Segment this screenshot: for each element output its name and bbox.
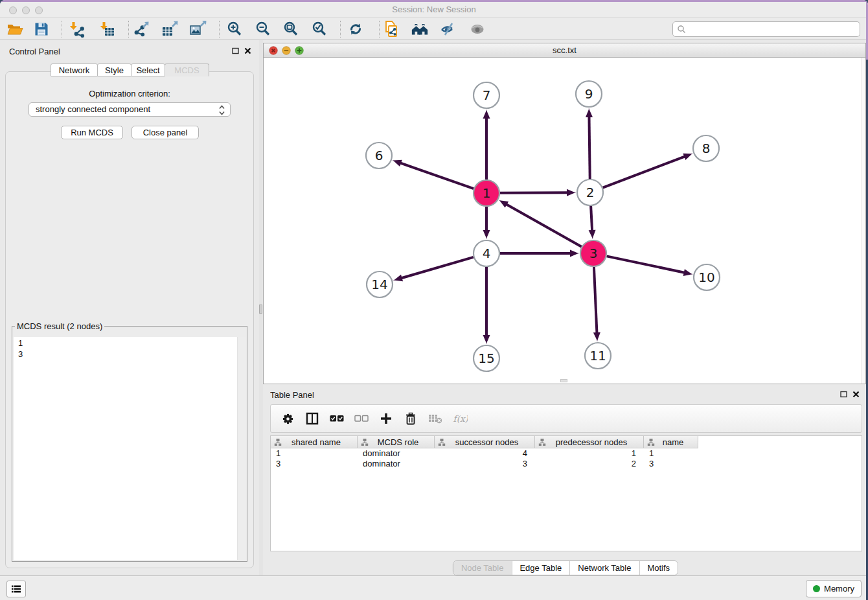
export-image-button[interactable] [188,20,207,38]
graph-edge-2-8[interactable] [603,154,693,188]
memory-status-dot [813,585,820,592]
graph-edge-1-2[interactable] [500,189,576,196]
task-history-button[interactable] [6,581,26,597]
graph-edge-2-3[interactable] [589,206,596,239]
column-header-shared-name[interactable]: shared name [271,436,358,448]
graph-edge-1-7[interactable] [483,110,490,179]
graph-edge-1-6[interactable] [393,160,474,189]
close-table-panel-icon[interactable] [852,391,860,398]
control-panel-tab-select[interactable]: Select [131,63,165,76]
refresh-view-button[interactable] [347,20,365,38]
import-network-button[interactable] [67,20,86,38]
graph-edge-3-10[interactable] [607,256,693,276]
import-table-button[interactable] [98,20,116,38]
close-panel-button[interactable]: Close panel [131,126,199,139]
open-session-button[interactable] [6,20,24,38]
float-panel-icon[interactable] [232,47,239,54]
tab-motifs[interactable]: Motifs [639,561,678,575]
zoom-in-button[interactable] [225,20,244,38]
graph-edge-2-9[interactable] [586,108,593,179]
graph-edge-3-11[interactable] [593,267,600,341]
column-header-name[interactable]: name [644,436,698,448]
table-cell: dominator [358,459,435,469]
float-table-panel-icon[interactable] [840,391,847,398]
network-resize-grip[interactable] [560,379,567,382]
graph-node-2[interactable]: 2 [577,179,603,205]
graph-edge-1-4[interactable] [483,207,490,239]
table-cell: 1 [271,448,358,459]
graph-node-10[interactable]: 10 [694,264,720,290]
network-window-titlebar[interactable]: scc.txt [264,43,865,58]
minimize-network-button[interactable] [282,46,291,55]
optimization-criterion-label: Optimization criterion: [6,89,253,98]
mcds-result-list[interactable]: 13 [14,337,246,560]
hide-selected-button[interactable] [439,20,457,38]
graph-node-7[interactable]: 7 [474,82,499,108]
control-panel-tab-network[interactable]: Network [51,63,98,76]
export-table-button[interactable] [161,20,179,38]
table-row[interactable]: 1dominator411 [271,448,862,459]
graph-node-15[interactable]: 15 [474,345,499,371]
control-panel-tab-style[interactable]: Style [97,63,131,76]
mcds-result-scrollbar[interactable] [237,337,246,560]
graph-node-11[interactable]: 11 [585,343,611,369]
column-header-MCDS-role[interactable]: MCDS role [358,436,435,448]
network-window-title: scc.txt [264,43,865,57]
delete-column-button[interactable] [403,411,418,426]
tab-edge-table[interactable]: Edge Table [511,561,569,575]
table-cell: dominator [358,448,435,459]
mcds-result-item: 1 [18,338,246,349]
graph-node-4[interactable]: 4 [474,240,499,266]
save-session-button[interactable] [32,20,51,38]
graph-node-6[interactable]: 6 [366,143,392,168]
column-header-successor-nodes[interactable]: successor nodes [435,436,535,448]
memory-label: Memory [824,584,854,594]
titlebar: Session: New Session [0,2,868,18]
graph-edge-4-3[interactable] [500,250,579,257]
network-clipboard-button[interactable] [383,20,401,38]
maximize-network-button[interactable] [295,46,304,55]
svg-text:4: 4 [483,246,491,261]
zoom-selected-button[interactable] [310,20,328,38]
show-all-button[interactable] [468,20,486,38]
first-neighbors-button[interactable] [411,20,429,38]
zoom-fit-button[interactable] [282,20,300,38]
search-input[interactable] [686,23,860,36]
graph-edge-4-15[interactable] [483,267,490,344]
tab-network-table[interactable]: Network Table [569,561,639,575]
graph-node-1[interactable]: 1 [474,180,499,206]
table-cell: 3 [644,459,698,469]
optimization-criterion-select[interactable]: strongly connected component [29,102,231,117]
close-panel-icon[interactable] [244,47,251,54]
graph-node-3[interactable]: 3 [580,240,606,266]
svg-text:6: 6 [375,148,383,163]
graph-node-9[interactable]: 9 [576,81,602,107]
graph-edge-3-1[interactable] [499,200,582,247]
mcds-result-title: MCDS result (2 nodes) [15,321,104,331]
deselect-all-checkboxes-button[interactable] [354,411,369,426]
graph-edge-4-14[interactable] [393,257,474,281]
delete-table-button [428,411,443,426]
table-row[interactable]: 3dominator323 [271,459,862,469]
graph-node-8[interactable]: 8 [693,135,719,161]
zoom-out-button[interactable] [254,20,272,38]
network-canvas[interactable]: 7968124314101511 [264,58,865,384]
graph-node-14[interactable]: 14 [367,271,393,297]
control-panel-title: Control Panel [9,47,60,56]
window-title: Session: New Session [0,2,868,17]
splitter-grip[interactable] [259,305,262,314]
column-layout-button[interactable] [304,411,320,426]
select-all-checkboxes-button[interactable] [329,411,345,426]
list-icon [11,584,21,594]
run-mcds-button[interactable]: Run MCDS [61,126,123,139]
export-network-button[interactable] [133,20,151,38]
add-column-button[interactable] [378,411,394,426]
column-header-predecessor-nodes[interactable]: predecessor nodes [535,436,644,448]
settings-gear-button[interactable] [280,411,295,426]
tab-node-table[interactable]: Node Table [453,561,512,575]
search-box[interactable] [672,21,860,37]
control-panel-tab-mcds[interactable]: MCDS [165,63,209,76]
network-scrollbar[interactable] [862,58,865,384]
memory-button[interactable]: Memory [806,580,862,597]
close-network-button[interactable] [269,46,278,55]
